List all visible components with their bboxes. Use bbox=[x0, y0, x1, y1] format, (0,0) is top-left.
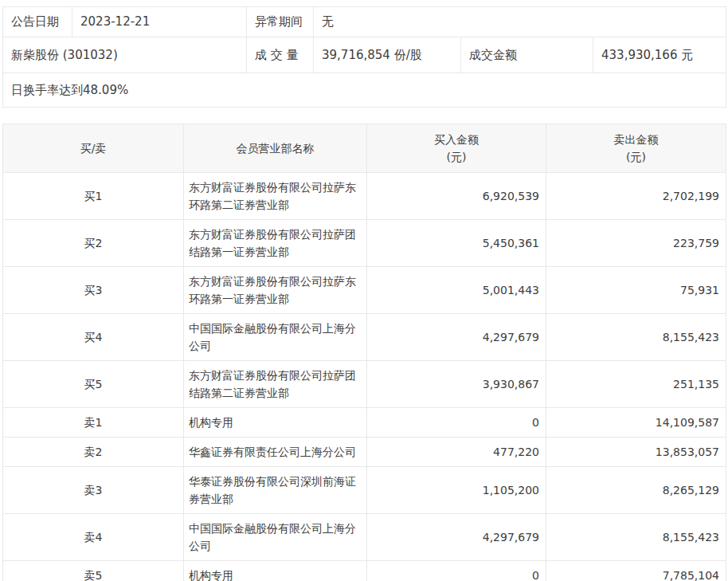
table-row: 卖3 华泰证券股份有限公司深圳前海证券营业部 1,105,200 8,265,1… bbox=[3, 467, 726, 514]
cell-side: 卖2 bbox=[3, 438, 184, 467]
page: 公告日期 2023-12-21 异常期间 无 新柴股份 (301032) 成 交… bbox=[0, 0, 728, 581]
cell-branch-name: 东方财富证券股份有限公司拉萨团结路第一证券营业部 bbox=[184, 220, 367, 267]
cell-branch-name: 华鑫证券有限责任公司上海分公司 bbox=[184, 438, 367, 467]
cell-buy-amount: 1,105,200 bbox=[367, 467, 546, 514]
header-buy-amount-line2: (元) bbox=[367, 148, 546, 166]
cell-branch-name: 中国国际金融股份有限公司上海分公司 bbox=[184, 514, 367, 561]
cell-sell-amount: 8,155,423 bbox=[546, 314, 726, 361]
cell-side: 买3 bbox=[3, 267, 184, 314]
cell-sell-amount: 14,109,587 bbox=[546, 408, 726, 438]
header-sell-amount-line2: (元) bbox=[546, 148, 726, 166]
cell-side: 买1 bbox=[3, 173, 184, 220]
cell-buy-amount: 4,297,679 bbox=[367, 514, 546, 561]
cell-side: 卖5 bbox=[3, 561, 184, 581]
header-branch: 会员营业部名称 bbox=[184, 124, 367, 173]
cell-side: 买2 bbox=[3, 220, 184, 267]
cell-buy-amount: 6,920,539 bbox=[367, 173, 546, 220]
cell-sell-amount: 8,265,129 bbox=[546, 467, 726, 514]
turnover-amount-value: 433,930,166 元 bbox=[593, 37, 726, 73]
broker-rank-table-body: 买1 东方财富证券股份有限公司拉萨东环路第二证券营业部 6,920,539 2,… bbox=[3, 173, 726, 581]
announce-date-label: 公告日期 bbox=[3, 7, 72, 37]
cell-buy-amount: 4,297,679 bbox=[367, 314, 546, 361]
cell-buy-amount: 0 bbox=[367, 408, 546, 438]
cell-side: 卖3 bbox=[3, 467, 184, 514]
cell-sell-amount: 13,853,057 bbox=[546, 438, 726, 467]
cell-buy-amount: 5,450,361 bbox=[367, 220, 546, 267]
header-sell-amount-line1: 卖出金额 bbox=[546, 131, 726, 148]
cell-buy-amount: 0 bbox=[367, 561, 546, 581]
cell-branch-name: 华泰证券股份有限公司深圳前海证券营业部 bbox=[184, 467, 367, 514]
cell-buy-amount: 5,001,443 bbox=[367, 267, 546, 314]
cell-side: 买4 bbox=[3, 314, 184, 361]
volume-value: 39,716,854 份/股 bbox=[314, 37, 461, 73]
table-row: 卖2 华鑫证券有限责任公司上海分公司 477,220 13,853,057 bbox=[3, 438, 726, 467]
cell-branch-name: 中国国际金融股份有限公司上海分公司 bbox=[184, 314, 367, 361]
abnormal-period-value: 无 bbox=[314, 7, 726, 37]
cell-sell-amount: 251,135 bbox=[546, 361, 726, 408]
header-buy-amount: 买入金额 (元) bbox=[367, 124, 546, 173]
header-row: 买/卖 会员营业部名称 买入金额 (元) 卖出金额 (元) bbox=[3, 124, 726, 173]
table-row: 买3 东方财富证券股份有限公司拉萨东环路第一证券营业部 5,001,443 75… bbox=[3, 267, 726, 314]
broker-rank-table-header: 买/卖 会员营业部名称 买入金额 (元) 卖出金额 (元) bbox=[3, 124, 726, 173]
summary-row-volume: 新柴股份 (301032) 成 交 量 39,716,854 份/股 成交金额 … bbox=[3, 37, 726, 73]
table-row: 买2 东方财富证券股份有限公司拉萨团结路第一证券营业部 5,450,361 22… bbox=[3, 220, 726, 267]
table-row: 买4 中国国际金融股份有限公司上海分公司 4,297,679 8,155,423 bbox=[3, 314, 726, 361]
cell-buy-amount: 477,220 bbox=[367, 438, 546, 467]
cell-branch-name: 机构专用 bbox=[184, 561, 367, 581]
list-reason-text: 日换手率达到48.09% bbox=[3, 73, 726, 108]
announce-date-value: 2023-12-21 bbox=[72, 7, 247, 37]
cell-side: 卖1 bbox=[3, 408, 184, 438]
stock-name: 新柴股份 (301032) bbox=[3, 37, 247, 73]
broker-rank-table: 买/卖 会员营业部名称 买入金额 (元) 卖出金额 (元) 买1 东方财富证券股… bbox=[2, 124, 726, 581]
summary-row-date: 公告日期 2023-12-21 异常期间 无 bbox=[3, 7, 726, 37]
turnover-amount-label: 成交金额 bbox=[461, 37, 593, 73]
summary-row-reason: 日换手率达到48.09% bbox=[3, 73, 726, 108]
table-row: 买5 东方财富证券股份有限公司拉萨团结路第二证券营业部 3,930,867 25… bbox=[3, 361, 726, 408]
abnormal-period-label: 异常期间 bbox=[247, 7, 314, 37]
cell-branch-name: 东方财富证券股份有限公司拉萨东环路第一证券营业部 bbox=[184, 267, 367, 314]
cell-sell-amount: 2,702,199 bbox=[546, 173, 726, 220]
table-row: 卖1 机构专用 0 14,109,587 bbox=[3, 408, 726, 438]
cell-side: 买5 bbox=[3, 361, 184, 408]
cell-sell-amount: 223,759 bbox=[546, 220, 726, 267]
cell-branch-name: 机构专用 bbox=[184, 408, 367, 438]
cell-branch-name: 东方财富证券股份有限公司拉萨团结路第二证券营业部 bbox=[184, 361, 367, 408]
header-buy-amount-line1: 买入金额 bbox=[367, 131, 546, 148]
stock-summary-table: 公告日期 2023-12-21 异常期间 无 新柴股份 (301032) 成 交… bbox=[2, 6, 726, 108]
cell-sell-amount: 7,785,104 bbox=[546, 561, 726, 581]
header-sell-amount: 卖出金额 (元) bbox=[546, 124, 726, 173]
cell-sell-amount: 8,155,423 bbox=[546, 514, 726, 561]
cell-sell-amount: 75,931 bbox=[546, 267, 726, 314]
header-side: 买/卖 bbox=[3, 124, 184, 173]
cell-buy-amount: 3,930,867 bbox=[367, 361, 546, 408]
table-row: 卖4 中国国际金融股份有限公司上海分公司 4,297,679 8,155,423 bbox=[3, 514, 726, 561]
cell-side: 卖4 bbox=[3, 514, 184, 561]
volume-label: 成 交 量 bbox=[247, 37, 314, 73]
cell-branch-name: 东方财富证券股份有限公司拉萨东环路第二证券营业部 bbox=[184, 173, 367, 220]
table-row: 卖5 机构专用 0 7,785,104 bbox=[3, 561, 726, 581]
table-row: 买1 东方财富证券股份有限公司拉萨东环路第二证券营业部 6,920,539 2,… bbox=[3, 173, 726, 220]
